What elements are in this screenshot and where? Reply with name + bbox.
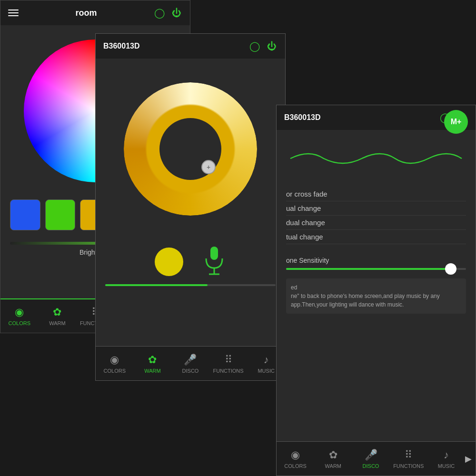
s3-warm-icon: ✿ [329,449,337,461]
instruction-text: ed ne" to back to phone's home screen,an… [291,283,461,309]
screen2-header: B360013D ◯ ⏻ [96,34,285,59]
function-item-0[interactable]: or cross fade [286,187,466,201]
instruction-prefix: ed [291,284,297,291]
waveform-row [277,135,476,178]
screen2-nav-colors[interactable]: ◉ COLORS [96,347,134,380]
screen3-bottom-nav: ◉ COLORS ✿ WARM 🎤 DISCO ⠿ FUNCTIONS ♪ MU… [277,441,476,476]
screen2-slider [96,284,285,291]
music-icons-row [96,239,285,284]
screen2-nav-warm[interactable]: ✿ WARM [134,347,172,380]
s2-warm-label: WARM [144,368,160,374]
m-plus-label: M+ [451,118,462,126]
sensitivity-label: one Sensitivity [286,257,466,264]
sensitivity-fill [286,268,456,270]
svg-rect-8 [210,247,218,260]
screen3-nav-disco[interactable]: 🎤 DISCO [352,442,389,476]
screen-warm: B360013D ◯ ⏻ [95,33,286,381]
s3-warm-label: WARM [325,463,341,469]
warm-wheel-area: + [96,59,285,239]
screen2-header-icons: ◯ ⏻ [249,40,278,52]
screen2-alarm-icon[interactable]: ◯ [249,40,260,52]
instruction-body: ne" to back to phone's home screen,and p… [291,293,440,308]
instruction-box: ed ne" to back to phone's home screen,an… [286,278,466,314]
screen-disco: B360013D ◯ ⏻ or cross fade ual change du… [276,105,476,476]
s3-functions-label: FUNCTIONS [393,463,424,469]
mic-icon-area [202,244,226,279]
warm-label: WARM [49,320,65,326]
next-arrow-icon[interactable]: ▶ [465,454,472,464]
next-arrow-area: ▶ [465,442,476,476]
screen3-nav-music[interactable]: ♪ MUSIC [427,442,465,476]
alarm-icon[interactable]: ◯ [154,7,165,19]
s3-functions-icon: ⠿ [405,449,412,461]
s2-functions-label: FUNCTIONS [213,368,243,374]
s2-disco-icon: 🎤 [184,354,197,366]
waveform-svg [286,144,466,173]
sensitivity-track[interactable] [286,268,466,270]
screen2-bottom-nav: ◉ COLORS ✿ WARM 🎤 DISCO ⠿ FUNCTIONS ♪ MU… [96,346,285,380]
screen1-title: room [76,8,97,18]
nav-colors[interactable]: ◉ COLORS [0,299,39,333]
sensitivity-row: one Sensitivity [277,249,476,274]
m-plus-button[interactable]: M+ [444,110,468,134]
sensitivity-thumb[interactable] [445,263,456,275]
screen2-title: B360013D [103,42,140,50]
nav-warm[interactable]: ✿ WARM [39,299,77,333]
colors-label: COLORS [9,320,30,326]
s2-colors-label: COLORS [104,368,126,374]
function-item-2[interactable]: dual change [286,216,466,230]
screen3-title: B360013D [284,113,321,122]
screen1-header-icons: ◯ ⏻ [154,7,182,19]
s2-music-icon: ♪ [264,354,269,366]
s3-disco-label: DISCO [363,463,379,469]
swatch-green[interactable] [45,199,76,230]
screen2-nav-functions[interactable]: ⠿ FUNCTIONS [209,347,248,380]
mic-svg [202,244,226,278]
s2-music-label: MUSIC [258,368,274,374]
s3-music-icon: ♪ [444,449,449,461]
warm-donut-svg: + [124,82,257,216]
s3-disco-icon: 🎤 [365,449,377,461]
s3-music-label: MUSIC [438,463,455,469]
s2-warm-icon: ✿ [148,354,157,366]
screen3-nav-functions[interactable]: ⠿ FUNCTIONS [390,442,427,476]
s2-disco-label: DISCO [182,368,199,374]
screen2-track-fill [105,284,208,286]
screen2-track[interactable] [105,284,276,286]
function-item-1[interactable]: ual change [286,201,466,216]
function-list: or cross fade ual change dual change tua… [277,182,476,249]
s3-colors-label: COLORS [284,463,306,469]
colors-icon: ◉ [15,306,24,318]
screen3-nav-colors[interactable]: ◉ COLORS [277,442,314,476]
screen3-nav-warm[interactable]: ✿ WARM [314,442,352,476]
swatch-blue[interactable] [10,199,40,230]
screen1-header: room ◯ ⏻ [0,0,190,25]
warm-donut[interactable]: + [124,82,257,216]
hamburger-icon[interactable] [8,10,19,16]
function-item-3[interactable]: tual change [286,230,466,244]
yellow-circle [155,248,183,276]
power-icon[interactable]: ⏻ [171,7,182,19]
screen2-power-icon[interactable]: ⏻ [266,40,278,52]
warm-icon: ✿ [53,306,61,318]
s2-colors-icon: ◉ [110,354,119,366]
screen2-nav-disco[interactable]: 🎤 DISCO [171,347,209,380]
s2-functions-icon: ⠿ [225,354,232,366]
svg-text:+: + [207,163,210,171]
s3-colors-icon: ◉ [291,449,300,461]
